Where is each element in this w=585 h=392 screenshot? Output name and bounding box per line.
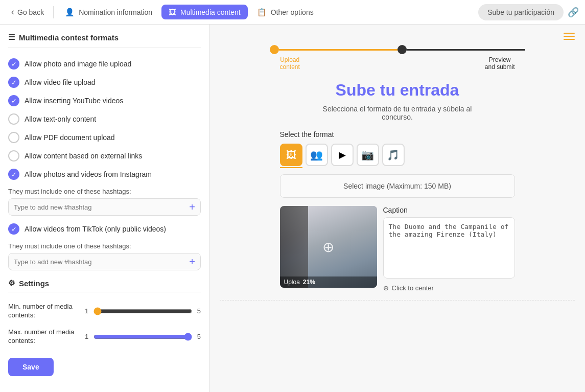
- caption-input[interactable]: [383, 217, 515, 279]
- main-layout: ☰ Multimedia contest formats ✓ Allow pho…: [0, 25, 585, 392]
- hashtag2-input-row: +: [8, 253, 201, 270]
- option-video: ✓ Allow video file upload: [8, 73, 201, 91]
- option-instagram: ✓ Allow photos and videos from Instagram: [8, 165, 201, 183]
- upload-thumbnail: ⊕ Uploa 21%: [280, 206, 377, 288]
- format-photo-button[interactable]: 🖼: [280, 144, 302, 166]
- max-slider-row: Max. number of media contents: 1 5: [8, 324, 201, 350]
- hashtag1-input[interactable]: [14, 203, 189, 211]
- progress-track-right: [407, 49, 525, 51]
- option-text: ✓ Allow text-only content: [8, 110, 201, 128]
- format-instagram-button[interactable]: 📷: [357, 144, 379, 166]
- tab-other-label: Other options: [271, 8, 314, 16]
- toggle-youtube[interactable]: ✓: [8, 95, 19, 106]
- settings-icon: ⚙: [8, 279, 15, 288]
- step1-dot: [270, 45, 279, 54]
- other-icon: 📋: [257, 8, 267, 17]
- upload-label: Uploa: [284, 279, 300, 286]
- back-arrow-icon: ‹: [11, 7, 14, 17]
- upload-overlay: Uploa 21%: [280, 276, 377, 288]
- format-label: Select the format: [280, 130, 515, 139]
- toggle-instagram[interactable]: ✓: [8, 169, 19, 180]
- back-button[interactable]: ‹ Go back: [6, 4, 49, 20]
- max-max-value: 5: [197, 333, 201, 340]
- left-panel: ☰ Multimedia contest formats ✓ Allow pho…: [0, 25, 209, 392]
- back-label: Go back: [17, 8, 44, 16]
- preview-subtitle: Selecciona el formato de tu entrada y sú…: [220, 105, 575, 121]
- min-max-value: 5: [197, 307, 201, 315]
- nomination-icon: 👤: [65, 8, 75, 17]
- max-slider[interactable]: [93, 333, 192, 341]
- min-slider-row: Min. number of media contents: 1 5: [8, 298, 201, 324]
- format-underline: [280, 167, 302, 168]
- select-image-button[interactable]: Select image (Maximum: 150 MB): [280, 174, 515, 198]
- max-label: Max. number of media contents:: [8, 328, 80, 345]
- preview-title: Sube tu entrada: [220, 81, 575, 100]
- toggle-links[interactable]: ✓: [8, 150, 19, 162]
- format-group-button[interactable]: 👥: [306, 144, 328, 166]
- section-title: ☰ Multimedia contest formats: [8, 33, 201, 48]
- toggle-video[interactable]: ✓: [8, 77, 19, 88]
- format-tiktok-button[interactable]: 🎵: [382, 144, 405, 166]
- nav-divider: [53, 6, 54, 18]
- click-to-center-button[interactable]: ⊕ Click to center: [383, 284, 515, 292]
- option-links: ✓ Allow content based on external links: [8, 147, 201, 165]
- progress-track-left: [279, 49, 397, 51]
- hashtag2-input[interactable]: [14, 258, 189, 266]
- save-button[interactable]: Save: [8, 358, 54, 376]
- right-panel: Uploadcontent Previewand submit Sube tu …: [209, 25, 585, 392]
- section-icon: ☰: [8, 33, 15, 42]
- min-slider[interactable]: [93, 307, 192, 315]
- hamburger-menu-button[interactable]: [564, 33, 575, 40]
- target-icon: ⊕: [383, 284, 389, 292]
- option-youtube: ✓ Allow inserting YouTube videos: [8, 91, 201, 110]
- tab-nomination[interactable]: 👤 Nomination information: [58, 5, 159, 20]
- hashtag-section-1: They must include one of these hashtags:…: [8, 188, 201, 216]
- hamburger-line-3: [564, 39, 575, 40]
- option-pdf: ✓ Allow PDF document upload: [8, 128, 201, 147]
- tab-nomination-label: Nomination information: [79, 8, 152, 16]
- toggle-pdf[interactable]: ✓: [8, 132, 19, 143]
- hashtag1-label: They must include one of these hashtags:: [8, 188, 201, 195]
- hashtag2-label: They must include one of these hashtags:: [8, 242, 201, 250]
- upload-preview-section: ⊕ Uploa 21% Caption ⊕ Click to center: [280, 206, 515, 292]
- hamburger-line-1: [564, 33, 575, 34]
- tab-other[interactable]: 📋 Other options: [250, 5, 321, 20]
- min-min-value: 1: [85, 307, 88, 315]
- nav-right: Sube tu participación 🔗: [478, 4, 579, 20]
- hashtag-section-2: They must include one of these hashtags:…: [8, 242, 201, 270]
- hashtag1-input-row: +: [8, 198, 201, 216]
- min-label: Min. number of media contents:: [8, 303, 80, 320]
- step2-label: Previewand submit: [485, 56, 515, 71]
- multimedia-icon: 🖼: [169, 8, 176, 16]
- tab-multimedia[interactable]: 🖼 Multimedia content: [161, 5, 248, 19]
- toggle-photo[interactable]: ✓: [8, 58, 19, 70]
- option-photo: ✓ Allow photo and image file upload: [8, 55, 201, 73]
- toggle-tiktok[interactable]: ✓: [8, 223, 19, 235]
- format-section: Select the format 🖼 👥 ▶ 📷 🎵 Select image…: [280, 130, 515, 206]
- submit-button[interactable]: Sube tu participación: [478, 4, 564, 20]
- format-youtube-button[interactable]: ▶: [331, 144, 354, 166]
- hashtag1-add-button[interactable]: +: [189, 202, 195, 212]
- hamburger-line-2: [564, 36, 575, 37]
- progress-bar: [270, 45, 525, 54]
- settings-title: ⚙ Settings: [8, 279, 201, 292]
- option-tiktok: ✓ Allow videos from TikTok (only public …: [8, 220, 201, 238]
- max-min-value: 1: [85, 333, 88, 340]
- caption-label: Caption: [383, 206, 515, 214]
- toggle-text[interactable]: ✓: [8, 113, 19, 125]
- center-target-icon[interactable]: ⊕: [322, 239, 334, 256]
- bottom-divider: [220, 300, 575, 301]
- link-icon[interactable]: 🔗: [568, 7, 579, 18]
- progress-labels: Uploadcontent Previewand submit: [280, 56, 515, 71]
- top-navigation: ‹ Go back 👤 Nomination information 🖼 Mul…: [0, 0, 585, 25]
- hashtag2-add-button[interactable]: +: [189, 257, 195, 267]
- tab-multimedia-label: Multimedia content: [180, 8, 241, 16]
- upload-percent: 21%: [303, 279, 315, 286]
- format-icons: 🖼 👥 ▶ 📷 🎵: [280, 144, 515, 166]
- step2-dot: [397, 45, 407, 54]
- step1-label: Uploadcontent: [280, 56, 300, 71]
- caption-section: Caption ⊕ Click to center: [383, 206, 515, 292]
